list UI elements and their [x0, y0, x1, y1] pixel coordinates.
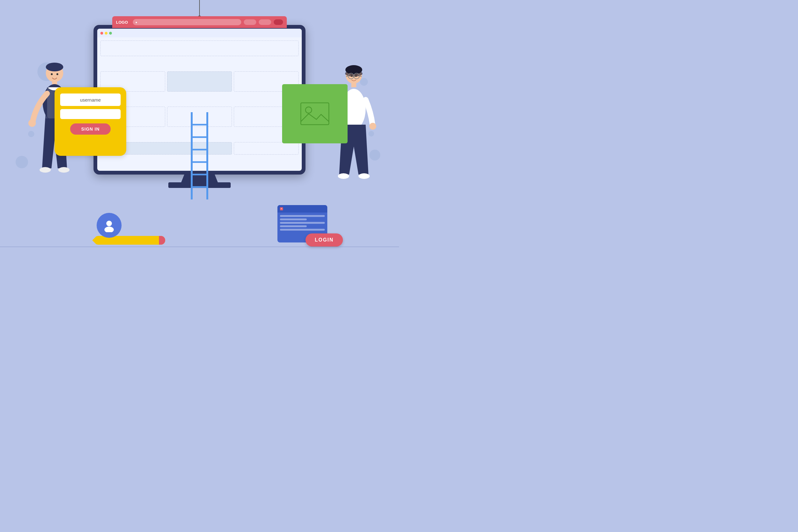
signin-label: SIGN IN	[81, 127, 99, 132]
dot-green	[109, 32, 112, 35]
svg-point-32	[369, 123, 376, 130]
pencil-eraser	[159, 236, 165, 245]
login-button[interactable]: LOGIN	[305, 233, 343, 247]
ladder-svg	[189, 112, 210, 200]
svg-point-35	[351, 75, 353, 77]
user-icon	[102, 218, 116, 232]
dialog-line-5	[280, 229, 325, 231]
browser-button-2[interactable]	[259, 19, 271, 25]
dialog-header: ✕	[278, 205, 327, 212]
username-label: username	[80, 97, 101, 102]
browser-search-bar[interactable]: ●	[133, 19, 241, 25]
dialog-line-2	[280, 218, 307, 220]
svg-point-11	[46, 63, 63, 71]
dot-yellow	[105, 32, 108, 35]
dialog-line-1	[280, 215, 325, 217]
login-card: username SIGN IN	[55, 87, 126, 156]
screen-block-r4c3	[234, 142, 299, 155]
login-button-label: LOGIN	[315, 237, 334, 243]
dialog-content	[278, 212, 327, 233]
svg-point-33	[338, 173, 349, 179]
svg-point-19	[51, 73, 53, 75]
dialog-line-4	[280, 225, 307, 227]
svg-point-20	[56, 73, 58, 75]
svg-point-16	[28, 119, 36, 127]
browser-logo: LOGO	[116, 20, 128, 25]
ground-line	[0, 247, 399, 247]
svg-point-36	[355, 75, 357, 77]
dot-red	[100, 32, 103, 35]
dialog-line-3	[280, 222, 325, 224]
dialog-close-button[interactable]: ✕	[280, 207, 283, 210]
svg-point-38	[104, 227, 114, 232]
signin-button[interactable]: SIGN IN	[70, 124, 111, 135]
search-icon: ●	[135, 21, 137, 24]
browser-bar: LOGO ●	[112, 16, 287, 28]
screen-block-banner	[100, 40, 299, 56]
browser-close-button[interactable]	[274, 19, 283, 25]
hanging-wire	[199, 0, 200, 17]
ladder	[189, 112, 210, 200]
svg-point-34	[359, 173, 370, 179]
password-field[interactable]	[60, 109, 121, 119]
pencil-tip	[92, 236, 97, 245]
user-icon-circle	[97, 213, 121, 238]
svg-point-18	[58, 167, 70, 173]
screen-top-bar	[97, 29, 302, 37]
image-icon	[299, 101, 330, 126]
svg-point-1	[305, 107, 312, 113]
image-placeholder	[282, 84, 347, 144]
svg-rect-29	[351, 82, 356, 87]
svg-point-37	[106, 221, 112, 226]
username-field[interactable]: username	[60, 94, 121, 106]
browser-button-1[interactable]	[244, 19, 256, 25]
svg-point-17	[40, 167, 51, 173]
svg-rect-0	[301, 103, 329, 125]
screen-block-r2c2	[167, 71, 232, 92]
